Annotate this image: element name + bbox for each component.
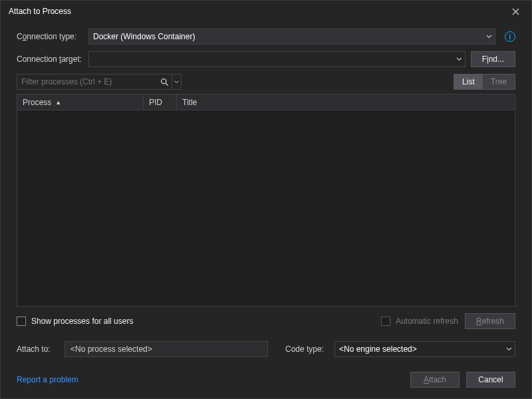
connection-target-row: Connection target: Find... (17, 51, 515, 67)
close-icon (512, 8, 519, 15)
connection-target-label: Connection target: (17, 55, 83, 64)
code-type-label: Code type: (285, 344, 328, 354)
below-grid-row: Show processes for all users Automatic r… (17, 313, 515, 329)
col-process-header[interactable]: Process ▲ (17, 94, 144, 110)
filter-dropdown[interactable] (172, 74, 181, 89)
footer: Report a problem Attach Cancel (17, 372, 515, 388)
filter-input[interactable] (17, 77, 158, 86)
close-button[interactable] (505, 1, 526, 22)
connection-target-combo[interactable] (88, 51, 466, 67)
connection-type-value: Docker (Windows Container) (93, 32, 195, 41)
process-grid: Process ▲ PID Title (17, 94, 515, 307)
automatic-refresh-checkbox: Automatic refresh (381, 317, 458, 326)
grid-header: Process ▲ PID Title (17, 94, 515, 110)
checkbox-box (17, 317, 26, 326)
report-problem-link[interactable]: Report a problem (17, 375, 78, 384)
toolbar-row: List Tree (17, 74, 515, 90)
grid-body[interactable] (17, 110, 515, 306)
code-type-combo[interactable]: <No engine selected> (334, 341, 515, 357)
svg-point-0 (162, 78, 166, 83)
chevron-down-icon (456, 57, 462, 61)
attach-to-label: Attach to: (17, 344, 58, 354)
refresh-button: Refresh (465, 313, 515, 329)
attach-button: Attach (410, 372, 460, 388)
connection-type-label: Connection type: (17, 32, 83, 41)
attach-code-row: Attach to: <No process selected> Code ty… (17, 341, 515, 357)
cancel-button[interactable]: Cancel (466, 372, 515, 388)
col-title-header[interactable]: Title (177, 94, 515, 110)
view-toggle: List Tree (454, 74, 515, 90)
attach-to-field[interactable]: <No process selected> (65, 341, 268, 357)
chevron-down-icon (506, 347, 512, 351)
search-icon[interactable] (158, 78, 172, 86)
window-title: Attach to Process (9, 7, 505, 16)
connection-type-row: Connection type: Docker (Windows Contain… (17, 29, 515, 45)
show-all-users-checkbox[interactable]: Show processes for all users (17, 317, 133, 326)
sort-asc-icon: ▲ (55, 99, 61, 106)
checkbox-box (381, 317, 390, 326)
info-icon[interactable]: i (505, 31, 515, 42)
list-view-button[interactable]: List (454, 74, 483, 89)
filter-box[interactable] (17, 74, 182, 90)
col-pid-header[interactable]: PID (144, 94, 177, 110)
attach-to-process-dialog: Attach to Process Connection type: Docke… (0, 0, 532, 399)
tree-view-button[interactable]: Tree (483, 74, 515, 89)
titlebar: Attach to Process (1, 1, 531, 22)
connection-type-combo[interactable]: Docker (Windows Container) (88, 29, 495, 45)
chevron-down-icon (486, 35, 492, 39)
find-button[interactable]: Find... (471, 51, 515, 67)
